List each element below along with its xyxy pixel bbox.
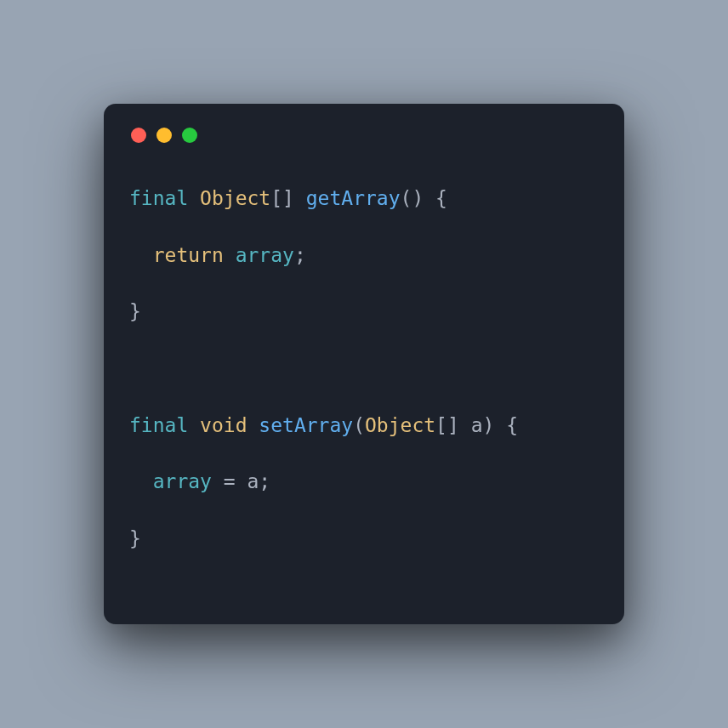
close-icon[interactable] (131, 128, 146, 143)
keyword-final: final (129, 414, 188, 436)
paren-open: ( (353, 414, 365, 436)
brackets: [] (270, 187, 294, 209)
code-line: array = a; (129, 470, 270, 492)
param-name: a (471, 414, 483, 436)
code-line: final void setArray(Object[] a) { (129, 414, 518, 436)
code-block: final Object[] getArray() { return array… (129, 170, 599, 567)
code-line: final Object[] getArray() { (129, 187, 447, 209)
brackets: [] (435, 414, 459, 436)
equals: = (212, 470, 247, 492)
minimize-icon[interactable] (156, 128, 172, 143)
code-line: } (129, 300, 141, 322)
window-controls (131, 128, 599, 143)
brace-close: } (129, 527, 141, 549)
param-type: Object (365, 414, 435, 436)
code-line: } (129, 527, 141, 549)
code-line: return array; (129, 244, 306, 266)
maximize-icon[interactable] (182, 128, 197, 143)
brace-close: } (129, 300, 141, 322)
function-name: getArray (306, 187, 401, 209)
code-window: final Object[] getArray() { return array… (104, 104, 624, 624)
semicolon: ; (294, 244, 306, 266)
function-name: setArray (259, 414, 353, 436)
keyword-return: return (153, 244, 224, 266)
brace-open: { (435, 187, 447, 209)
semicolon: ; (259, 470, 270, 492)
keyword-final: final (129, 187, 188, 209)
variable: array (153, 470, 212, 492)
variable: array (236, 244, 294, 266)
keyword-void: void (200, 414, 247, 436)
value: a (247, 470, 259, 492)
type-object: Object (200, 187, 270, 209)
paren-close: ) (483, 414, 495, 436)
parens: () (401, 187, 424, 209)
brace-open: { (506, 414, 518, 436)
